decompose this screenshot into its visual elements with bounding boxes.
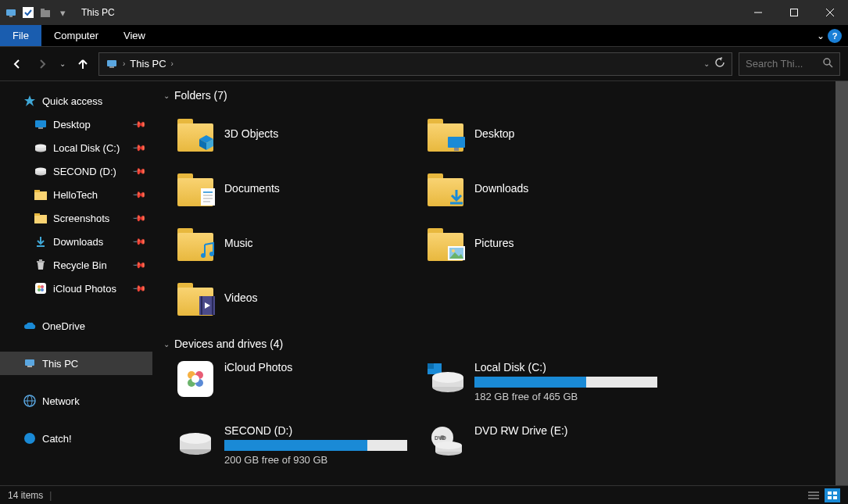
network-icon bbox=[23, 395, 36, 407]
folder-icon bbox=[428, 170, 463, 206]
svg-rect-22 bbox=[34, 191, 47, 200]
maximize-button[interactable] bbox=[776, 0, 812, 25]
ribbon-tab-file[interactable]: File bbox=[0, 25, 41, 46]
sidebar-onedrive[interactable]: OneDrive bbox=[0, 314, 152, 338]
svg-marker-13 bbox=[24, 95, 35, 106]
folder-item[interactable]: Downloads bbox=[424, 164, 674, 213]
chevron-right-icon[interactable]: › bbox=[123, 59, 125, 68]
svg-rect-1 bbox=[9, 16, 13, 17]
svg-point-73 bbox=[180, 433, 211, 444]
svg-point-70 bbox=[432, 372, 463, 383]
svg-rect-14 bbox=[35, 120, 46, 127]
address-dropdown-icon[interactable]: ⌄ bbox=[703, 59, 710, 68]
sidebar-item[interactable]: Screenshots 📌 bbox=[0, 206, 152, 230]
breadcrumb-item[interactable]: This PC bbox=[130, 58, 166, 70]
qat-dropdown-icon[interactable]: ▾ bbox=[56, 6, 69, 19]
svg-point-51 bbox=[201, 253, 206, 258]
folder-item[interactable]: Videos bbox=[174, 273, 424, 322]
ribbon-tab-computer[interactable]: Computer bbox=[41, 25, 111, 46]
qat-folder-icon[interactable] bbox=[39, 6, 52, 19]
drive-item[interactable]: Local Disk (C:) 182 GB free of 465 GB bbox=[424, 358, 674, 406]
ribbon-collapse-icon[interactable]: ⌄ bbox=[817, 30, 825, 41]
drive-label: SECOND (D:) bbox=[224, 424, 407, 437]
minimize-button[interactable] bbox=[740, 0, 776, 25]
svg-rect-27 bbox=[37, 261, 45, 263]
catch-icon bbox=[23, 432, 36, 445]
sidebar-quick-access[interactable]: Quick access bbox=[0, 89, 152, 113]
item-label: 3D Objects bbox=[224, 127, 278, 140]
drive-item[interactable]: iCloud Photos bbox=[174, 358, 424, 406]
svg-point-79 bbox=[435, 441, 462, 449]
group-header-drives[interactable]: ⌄ Devices and drives (4) bbox=[163, 338, 837, 350]
svg-rect-0 bbox=[6, 9, 16, 16]
sidebar-item[interactable]: iCloud Photos 📌 bbox=[0, 277, 152, 300]
sidebar-item[interactable]: SECOND (D:) 📌 bbox=[0, 159, 152, 183]
address-pc-icon bbox=[106, 58, 118, 70]
folder-icon bbox=[34, 188, 47, 201]
svg-point-33 bbox=[41, 288, 44, 291]
pin-icon: 📌 bbox=[131, 116, 146, 131]
app-icon bbox=[5, 6, 17, 19]
svg-rect-10 bbox=[109, 66, 114, 68]
sidebar-this-pc[interactable]: This PC bbox=[0, 352, 152, 375]
close-button[interactable] bbox=[812, 0, 848, 25]
up-button[interactable] bbox=[73, 55, 92, 73]
folder-item[interactable]: Desktop bbox=[424, 109, 674, 158]
svg-rect-3 bbox=[41, 10, 50, 17]
folder-icon bbox=[177, 116, 213, 152]
sidebar-item[interactable]: Desktop 📌 bbox=[0, 113, 152, 136]
drive-icon bbox=[428, 361, 463, 397]
sidebar-label: This PC bbox=[42, 358, 78, 370]
address-bar[interactable]: › This PC › ⌄ bbox=[98, 52, 732, 76]
sidebar-item[interactable]: HelloTech 📌 bbox=[0, 183, 152, 206]
search-input[interactable]: Search Thi... bbox=[739, 52, 840, 76]
sidebar-item-label: Screenshots bbox=[53, 213, 109, 224]
sidebar-catch[interactable]: Catch! bbox=[0, 427, 152, 450]
folder-item[interactable]: 3D Objects bbox=[174, 109, 424, 158]
folder-item[interactable]: Music bbox=[174, 219, 424, 267]
refresh-icon[interactable] bbox=[714, 57, 725, 70]
item-label: Documents bbox=[224, 182, 280, 195]
view-details-button[interactable] bbox=[806, 488, 821, 502]
star-icon bbox=[23, 95, 36, 107]
navbar: ⌄ › This PC › ⌄ Search Thi... bbox=[0, 47, 848, 81]
drive-item[interactable]: DVD DVD RW Drive (E:) bbox=[424, 421, 674, 469]
sidebar-item-label: Desktop bbox=[53, 119, 91, 130]
sidebar-network[interactable]: Network bbox=[0, 389, 152, 413]
folder-icon bbox=[428, 225, 463, 261]
drive-subtext: 200 GB free of 930 GB bbox=[224, 454, 407, 466]
drive-icon bbox=[177, 361, 213, 397]
sidebar-item[interactable]: Local Disk (C:) 📌 bbox=[0, 136, 152, 159]
scrollbar[interactable] bbox=[835, 81, 848, 485]
drive-item[interactable]: SECOND (D:) 200 GB free of 930 GB bbox=[174, 421, 424, 469]
sidebar-item[interactable]: Recycle Bin 📌 bbox=[0, 253, 152, 277]
group-header-folders[interactable]: ⌄ Folders (7) bbox=[163, 89, 837, 102]
drive-icon: DVD bbox=[428, 424, 463, 460]
sidebar-item[interactable]: Downloads 📌 bbox=[0, 230, 152, 253]
help-icon[interactable]: ? bbox=[828, 29, 842, 43]
pc-icon bbox=[23, 357, 36, 370]
svg-text:DVD: DVD bbox=[435, 435, 446, 441]
svg-rect-29 bbox=[35, 283, 46, 294]
folder-item[interactable]: Documents bbox=[174, 164, 424, 213]
recent-dropdown-icon[interactable]: ⌄ bbox=[58, 55, 67, 73]
folder-item[interactable]: Pictures bbox=[424, 219, 674, 267]
icloud-icon bbox=[34, 282, 47, 295]
pin-icon: 📌 bbox=[131, 140, 146, 155]
svg-rect-2 bbox=[23, 7, 34, 18]
folder-icon bbox=[34, 212, 47, 224]
view-tiles-button[interactable] bbox=[825, 488, 840, 502]
svg-rect-6 bbox=[791, 9, 798, 16]
svg-rect-4 bbox=[41, 9, 45, 11]
search-icon bbox=[823, 58, 833, 70]
search-placeholder: Search Thi... bbox=[746, 58, 803, 70]
back-button[interactable] bbox=[8, 55, 27, 73]
forward-button[interactable] bbox=[33, 55, 52, 73]
qat-properties-icon[interactable] bbox=[22, 6, 34, 19]
chevron-right-icon[interactable]: › bbox=[171, 59, 174, 68]
ribbon-tab-view[interactable]: View bbox=[111, 25, 158, 46]
svg-rect-85 bbox=[828, 496, 832, 499]
drive-subtext: 182 GB free of 465 GB bbox=[474, 391, 657, 402]
pin-icon: 📌 bbox=[131, 187, 146, 202]
item-label: Desktop bbox=[474, 127, 514, 140]
